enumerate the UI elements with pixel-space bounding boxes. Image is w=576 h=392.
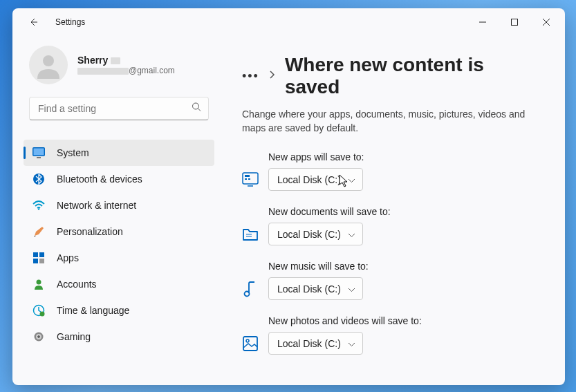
svg-point-20: [245, 291, 250, 296]
sidebar-item-label: Bluetooth & devices: [57, 174, 142, 185]
dropdown-value: Local Disk (C:): [277, 338, 341, 349]
sidebar: Sherry @gmail.com System: [12, 36, 220, 385]
svg-rect-21: [243, 337, 257, 351]
apps-location-dropdown[interactable]: Local Disk (C:): [268, 168, 363, 191]
sidebar-item-accounts[interactable]: Accounts: [24, 271, 214, 297]
back-button[interactable]: [22, 11, 44, 33]
breadcrumb-dots[interactable]: •••: [242, 69, 259, 84]
dropdown-value: Local Disk (C:): [277, 283, 341, 295]
sidebar-item-bluetooth[interactable]: Bluetooth & devices: [24, 166, 214, 192]
chevron-right-icon: [269, 70, 275, 82]
sidebar-item-personalization[interactable]: Personalization: [24, 218, 214, 245]
window-title: Settings: [55, 17, 85, 27]
svg-rect-0: [512, 19, 518, 26]
svg-rect-19: [248, 178, 250, 180]
svg-rect-4: [34, 149, 44, 156]
page-description: Change where your apps, documents, music…: [242, 108, 543, 135]
setting-apps: New apps will save to: Local Disk (C:): [242, 151, 543, 191]
setting-music: New music will save to: Local Disk (C:): [242, 261, 543, 300]
content: Sherry @gmail.com System: [12, 36, 565, 385]
sidebar-item-label: Gaming: [57, 331, 91, 342]
settings-window: Settings Sherry @gmail.com: [12, 8, 565, 385]
setting-photos-videos: New photos and videos will save to: Loca…: [242, 315, 543, 355]
svg-rect-18: [245, 178, 247, 180]
svg-point-13: [40, 312, 45, 317]
sidebar-item-label: Time & language: [57, 305, 129, 316]
user-name: Sherry: [77, 55, 175, 66]
svg-rect-17: [245, 175, 250, 177]
close-icon: [543, 19, 550, 26]
image-icon: [242, 335, 259, 352]
sidebar-item-label: Accounts: [57, 279, 97, 290]
user-info: Sherry @gmail.com: [77, 55, 175, 75]
svg-point-6: [38, 208, 39, 209]
dropdown-value: Local Disk (C:): [277, 174, 341, 185]
window-controls: [467, 11, 562, 33]
setting-label: New photos and videos will save to:: [268, 315, 543, 326]
wifi-icon: [32, 198, 46, 212]
sidebar-item-label: Personalization: [57, 226, 123, 237]
system-icon: [32, 146, 46, 160]
svg-rect-8: [39, 252, 44, 257]
main-content: ••• Where new content is saved Change wh…: [220, 36, 565, 385]
sidebar-nav: System Bluetooth & devices Network & int…: [12, 140, 220, 350]
clock-globe-icon: [32, 304, 46, 317]
setting-label: New apps will save to:: [268, 151, 543, 162]
chevron-down-icon: [341, 338, 355, 349]
sidebar-item-label: Apps: [57, 252, 79, 263]
sidebar-item-label: System: [57, 147, 89, 158]
dropdown-value: Local Disk (C:): [277, 229, 341, 240]
sidebar-item-time-language[interactable]: Time & language: [24, 297, 214, 324]
minimize-icon: [479, 19, 486, 26]
search-input[interactable]: [29, 97, 209, 120]
apps-icon: [32, 251, 46, 265]
svg-rect-10: [39, 259, 44, 263]
sidebar-item-gaming[interactable]: Gaming: [24, 324, 214, 350]
maximize-button[interactable]: [499, 11, 530, 33]
monitor-icon: [242, 171, 259, 188]
setting-label: New documents will save to:: [268, 206, 543, 217]
titlebar: Settings: [12, 8, 565, 36]
chevron-down-icon: [341, 283, 355, 295]
music-note-icon: [242, 281, 259, 297]
close-button[interactable]: [530, 11, 562, 33]
breadcrumb: ••• Where new content is saved: [242, 54, 543, 98]
chevron-down-icon: [341, 174, 355, 185]
minimize-button[interactable]: [467, 11, 499, 33]
user-email: @gmail.com: [77, 66, 175, 75]
setting-label: New music will save to:: [268, 261, 543, 272]
svg-point-11: [37, 280, 41, 285]
bluetooth-icon: [32, 172, 46, 186]
sidebar-item-network[interactable]: Network & internet: [24, 192, 214, 218]
svg-rect-7: [33, 252, 38, 257]
page-title: Where new content is saved: [285, 54, 543, 98]
svg-point-22: [246, 339, 249, 342]
avatar: [29, 46, 68, 84]
brush-icon: [32, 225, 46, 239]
documents-location-dropdown[interactable]: Local Disk (C:): [268, 223, 363, 245]
folder-icon: [242, 226, 259, 243]
person-icon: [32, 277, 46, 291]
sidebar-item-label: Network & internet: [57, 200, 136, 211]
setting-documents: New documents will save to: Local Disk (…: [242, 206, 543, 245]
chevron-down-icon: [341, 229, 355, 240]
sidebar-item-system[interactable]: System: [24, 140, 214, 166]
gamepad-icon: [32, 330, 46, 344]
music-location-dropdown[interactable]: Local Disk (C:): [268, 277, 363, 300]
search-icon: [192, 102, 202, 115]
avatar-icon: [35, 51, 62, 79]
maximize-icon: [511, 19, 518, 26]
svg-point-2: [193, 103, 199, 109]
back-arrow-icon: [28, 17, 39, 28]
user-block[interactable]: Sherry @gmail.com: [12, 40, 220, 97]
sidebar-item-apps[interactable]: Apps: [24, 245, 214, 271]
svg-point-1: [43, 55, 54, 66]
search-box: [29, 97, 209, 120]
svg-rect-9: [33, 259, 38, 263]
photos-location-dropdown[interactable]: Local Disk (C:): [268, 332, 363, 355]
